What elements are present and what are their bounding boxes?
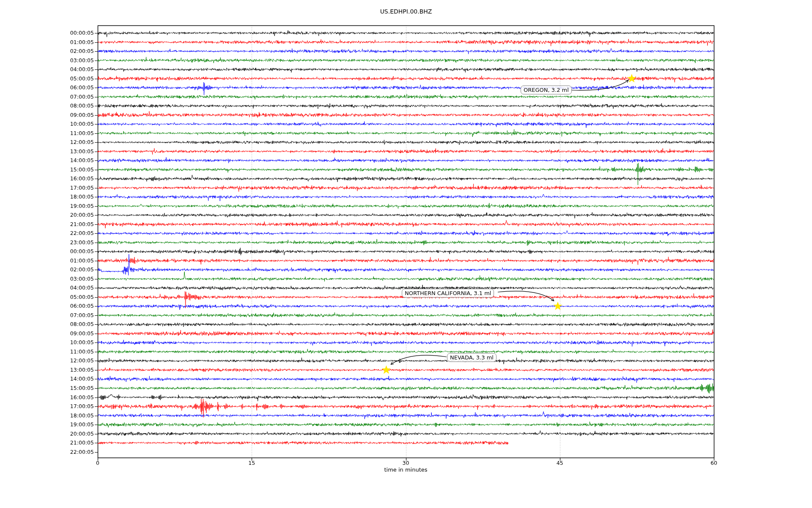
- y-tick-label: 10:00:05: [0, 339, 94, 346]
- y-tick-label: 20:00:05: [0, 211, 94, 219]
- y-tick-label: 15:00:05: [0, 166, 94, 174]
- y-tick-label: 03:00:05: [0, 57, 94, 64]
- event-annotation: NORTHERN CALIFORNIA, 3.1 ml: [402, 289, 494, 298]
- y-tick-label: 17:00:05: [0, 403, 94, 410]
- seismogram-figure: US.EDHPI.00.BHZ time in minutes 00:00:05…: [0, 0, 812, 508]
- y-tick-label: 13:00:05: [0, 148, 94, 155]
- y-tick-label: 13:00:05: [0, 366, 94, 374]
- x-axis-label: time in minutes: [98, 467, 714, 473]
- y-tick-label: 04:00:05: [0, 66, 94, 73]
- y-tick-label: 21:00:05: [0, 221, 94, 228]
- y-tick-label: 05:00:05: [0, 75, 94, 83]
- y-tick-label: 09:00:05: [0, 111, 94, 119]
- y-tick-label: 19:00:05: [0, 202, 94, 210]
- y-tick-label: 01:00:05: [0, 257, 94, 265]
- y-tick-label: 09:00:05: [0, 330, 94, 337]
- y-tick-label: 16:00:05: [0, 394, 94, 401]
- y-tick-label: 00:00:05: [0, 248, 94, 255]
- y-tick-label: 22:00:05: [0, 448, 94, 456]
- y-tick-label: 06:00:05: [0, 84, 94, 91]
- y-tick-label: 12:00:05: [0, 357, 94, 364]
- y-tick-label: 07:00:05: [0, 312, 94, 319]
- y-tick-label: 10:00:05: [0, 120, 94, 128]
- x-tick-label: 60: [701, 460, 727, 467]
- y-tick-label: 02:00:05: [0, 266, 94, 273]
- y-tick-label: 14:00:05: [0, 157, 94, 164]
- x-tick-label: 15: [239, 460, 264, 467]
- y-tick-label: 03:00:05: [0, 275, 94, 283]
- y-tick-label: 23:00:05: [0, 239, 94, 246]
- y-tick-label: 12:00:05: [0, 138, 94, 146]
- y-tick-label: 08:00:05: [0, 102, 94, 110]
- y-tick-label: 02:00:05: [0, 47, 94, 55]
- y-tick-label: 11:00:05: [0, 348, 94, 356]
- x-tick-label: 30: [393, 460, 419, 467]
- y-tick-label: 07:00:05: [0, 93, 94, 101]
- y-tick-label: 22:00:05: [0, 229, 94, 237]
- y-tick-label: 05:00:05: [0, 293, 94, 301]
- y-tick-label: 00:00:05: [0, 29, 94, 37]
- y-tick-label: 14:00:05: [0, 375, 94, 383]
- y-tick-label: 18:00:05: [0, 412, 94, 420]
- plot-title: US.EDHPI.00.BHZ: [0, 8, 812, 15]
- y-tick-label: 06:00:05: [0, 302, 94, 310]
- y-tick-label: 01:00:05: [0, 39, 94, 46]
- y-tick-label: 11:00:05: [0, 130, 94, 137]
- x-tick-label: 0: [85, 460, 110, 467]
- x-tick-label: 45: [547, 460, 573, 467]
- y-tick-label: 18:00:05: [0, 193, 94, 201]
- event-annotation: OREGON, 3.2 ml: [521, 86, 572, 94]
- y-tick-label: 08:00:05: [0, 320, 94, 328]
- y-tick-label: 21:00:05: [0, 439, 94, 447]
- y-tick-label: 20:00:05: [0, 430, 94, 438]
- y-tick-label: 17:00:05: [0, 184, 94, 192]
- y-tick-label: 16:00:05: [0, 175, 94, 182]
- y-tick-label: 04:00:05: [0, 284, 94, 292]
- y-tick-label: 19:00:05: [0, 421, 94, 428]
- event-annotation: NEVADA, 3.3 ml: [447, 353, 497, 362]
- y-tick-label: 15:00:05: [0, 384, 94, 392]
- waveform-canvas: [0, 0, 812, 508]
